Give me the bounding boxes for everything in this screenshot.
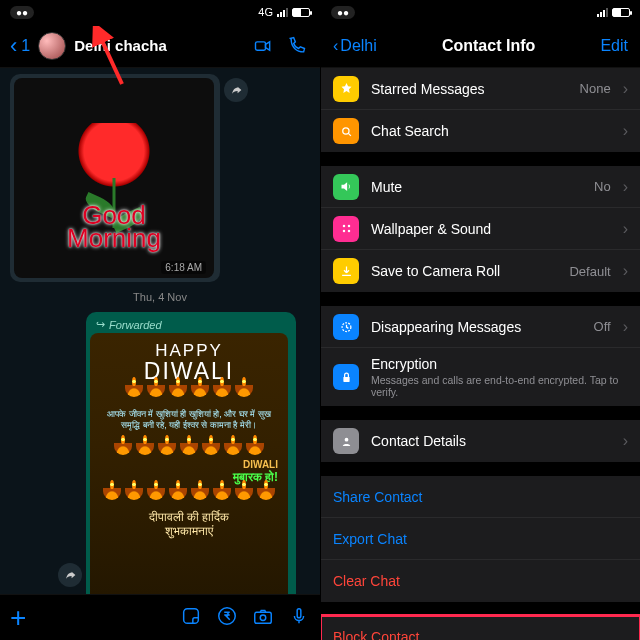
download-icon [333,258,359,284]
voicecall-icon[interactable] [284,33,310,59]
message-bubble[interactable]: Good Morning 6:18 AM [10,74,220,282]
chat-body: Good Morning 6:18 AM Thu, 4 Nov Forwarde… [0,68,320,594]
diwali-hindi-mid: आपके जीवन में खुशियां ही खुशियां हो, और … [90,401,288,439]
battery-icon [612,8,630,17]
chevron-right-icon: › [623,80,628,98]
chevron-right-icon: › [623,122,628,140]
battery-icon [292,8,310,17]
forwarded-label: Forwarded [90,316,292,333]
row-mute[interactable]: Mute No › [321,166,640,208]
settings-list: Starred Messages None › Chat Search › Mu… [321,68,640,640]
row-subtitle: Messages and calls are end-to-end encryp… [371,374,628,398]
signal-icon [277,8,288,17]
row-label: Wallpaper & Sound [371,221,611,237]
image-diwali[interactable]: HAPPY DIWALI आपके जीवन में खुशियां ही खु… [90,333,288,594]
svg-rect-1 [184,608,199,623]
image-good-morning[interactable]: Good Morning 6:18 AM [14,78,214,278]
timestamp: 6:18 AM [161,261,206,274]
svg-point-6 [342,127,348,133]
svg-point-13 [344,437,348,441]
row-value: No [594,179,611,194]
videocall-icon[interactable] [250,33,276,59]
row-label: Share Contact [333,489,628,505]
svg-rect-12 [343,376,349,381]
row-label: Export Chat [333,531,628,547]
row-label: Block Contact [333,629,628,641]
row-label: Contact Details [371,433,611,449]
svg-point-10 [347,230,350,233]
page-title: Contact Info [377,37,601,55]
svg-rect-3 [255,612,272,623]
row-share-contact[interactable]: Share Contact [321,476,640,518]
camera-icon[interactable] [252,605,274,631]
search-icon [333,118,359,144]
wallpaper-icon [333,216,359,242]
row-label: Save to Camera Roll [371,263,557,279]
status-bar: ●● [321,0,640,24]
contact-name[interactable]: Delhi chacha [74,37,242,54]
attach-plus-icon[interactable]: + [10,602,26,634]
svg-rect-0 [256,41,266,49]
chevron-right-icon: › [623,262,628,280]
mic-icon[interactable] [288,605,310,631]
svg-point-8 [347,225,350,228]
diwali-l2: DIWALI [90,361,288,381]
chevron-right-icon: › [623,432,628,450]
star-icon [333,76,359,102]
person-icon [333,428,359,454]
back-chevron-icon[interactable]: ‹ [10,33,17,59]
row-contact-details[interactable]: Contact Details › [321,420,640,462]
edit-button[interactable]: Edit [600,37,628,55]
diwali-green: मुबारक हो! [233,470,278,484]
row-label: Chat Search [371,123,611,139]
back-unread-count[interactable]: 1 [21,37,30,55]
row-label: Encryption [371,356,628,372]
sticker-icon[interactable] [180,605,202,631]
chevron-right-icon: › [623,220,628,238]
row-wallpaper-sound[interactable]: Wallpaper & Sound › [321,208,640,250]
row-label: Mute [371,179,582,195]
row-label: Disappearing Messages [371,319,582,335]
diwali-hindi-b1: दीपावली की हार्दिक [149,510,230,524]
date-separator: Thu, 4 Nov [123,288,197,306]
row-value: Default [569,264,610,279]
diwali-green-pre: DIWALI [90,459,278,470]
back-label: Delhi [340,37,376,55]
row-disappearing[interactable]: Disappearing Messages Off › [321,306,640,348]
back-chevron-icon: ‹ [333,37,338,55]
lock-icon [333,364,359,390]
svg-point-7 [342,225,345,228]
row-clear-chat[interactable]: Clear Chat [321,560,640,602]
row-export-chat[interactable]: Export Chat [321,518,640,560]
row-value: Off [594,319,611,334]
contact-info-screen: ●● ‹ Delhi Contact Info Edit Starred Mes… [320,0,640,640]
svg-rect-5 [297,608,301,617]
status-bar: ●● 4G [0,0,320,24]
diwali-hindi-b2: शुभकामनाएं [165,524,213,538]
forward-icon[interactable] [58,563,82,587]
back-button[interactable]: ‹ Delhi [333,37,377,55]
signal-icon [597,8,608,17]
avatar[interactable] [38,32,66,60]
rupee-icon[interactable] [216,605,238,631]
gm-line2: Morning [67,223,161,253]
svg-point-9 [342,230,345,233]
chat-screen: ●● 4G ‹ 1 Delhi chacha [0,0,320,640]
forward-icon[interactable] [224,78,248,102]
chat-header: ‹ 1 Delhi chacha [0,24,320,68]
network-4g: 4G [258,6,273,18]
chat-input-bar: + [0,594,320,640]
speaker-icon [333,174,359,200]
chevron-right-icon: › [623,318,628,336]
row-starred-messages[interactable]: Starred Messages None › [321,68,640,110]
row-value: None [580,81,611,96]
message-bubble[interactable]: Forwarded HAPPY DIWALI आपके जीवन में खुश… [86,312,296,594]
svg-point-4 [260,615,266,621]
info-header: ‹ Delhi Contact Info Edit [321,24,640,68]
timer-icon [333,314,359,340]
chevron-right-icon: › [623,178,628,196]
row-save-camera-roll[interactable]: Save to Camera Roll Default › [321,250,640,292]
row-block-contact[interactable]: Block Contact [321,616,640,640]
row-chat-search[interactable]: Chat Search › [321,110,640,152]
row-encryption[interactable]: Encryption Messages and calls are end-to… [321,348,640,406]
